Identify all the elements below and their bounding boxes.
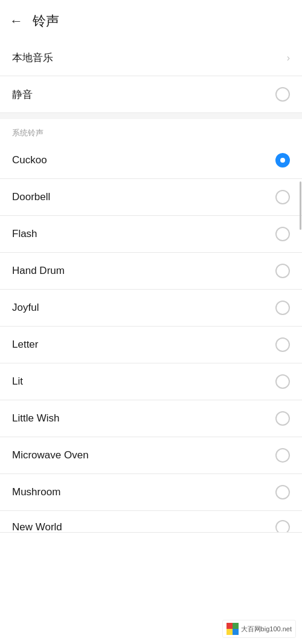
ringtone-name-hand-drum: Hand Drum [12, 265, 65, 277]
radio-joyful[interactable] [275, 301, 290, 315]
radio-letter[interactable] [275, 337, 290, 352]
radio-microwave-oven[interactable] [275, 448, 290, 463]
ringtone-name-microwave-oven: Microwave Oven [12, 449, 89, 461]
ringtone-item-joyful[interactable]: Joyful [0, 290, 302, 327]
ringtone-name-cuckoo: Cuckoo [12, 154, 47, 166]
radio-lit[interactable] [275, 374, 290, 389]
chevron-right-icon: › [287, 53, 290, 63]
local-music-item[interactable]: 本地音乐 › [0, 40, 302, 76]
radio-mushroom[interactable] [275, 485, 290, 499]
scrollbar-thumb[interactable] [300, 181, 301, 230]
ringtone-item-mushroom[interactable]: Mushroom [0, 474, 302, 511]
radio-doorbell[interactable] [275, 190, 290, 204]
page-container: ← 铃声 本地音乐 › 静音 系统铃声 Cuckoo Doorbell Flas… [0, 0, 302, 533]
ringtone-name-letter: Letter [12, 339, 38, 351]
silent-radio[interactable] [275, 87, 290, 102]
radio-cuckoo[interactable] [275, 153, 290, 168]
silent-label: 静音 [12, 88, 33, 102]
watermark-box: 大百网 big100.net [222, 620, 296, 638]
ringtone-item-new-world[interactable]: New World [0, 511, 302, 533]
ringtone-item-lit[interactable]: Lit [0, 363, 302, 400]
ringtone-item-hand-drum[interactable]: Hand Drum [0, 253, 302, 290]
ringtone-name-little-wish: Little Wish [12, 412, 59, 424]
system-ringtones-label: 系统铃声 [0, 119, 302, 142]
ringtone-item-cuckoo[interactable]: Cuckoo [0, 142, 302, 179]
ringtone-item-flash[interactable]: Flash [0, 216, 302, 253]
page-title: 铃声 [33, 12, 59, 30]
ringtone-item-letter[interactable]: Letter [0, 327, 302, 363]
ringtone-name-new-world: New World [12, 521, 62, 533]
ringtone-item-little-wish[interactable]: Little Wish [0, 400, 302, 437]
ringtone-name-flash: Flash [12, 228, 37, 240]
ringtone-item-doorbell[interactable]: Doorbell [0, 179, 302, 216]
watermark-logo [226, 623, 239, 635]
radio-new-world[interactable] [275, 520, 290, 533]
ringtone-name-mushroom: Mushroom [12, 486, 60, 498]
back-button[interactable]: ← [10, 15, 23, 28]
watermark-url: big100.net [261, 625, 292, 633]
ringtone-name-lit: Lit [12, 376, 23, 388]
watermark-site: 大百网 [241, 625, 261, 634]
header: ← 铃声 [0, 0, 302, 40]
section-divider [0, 113, 302, 119]
silent-item[interactable]: 静音 [0, 76, 302, 113]
radio-little-wish[interactable] [275, 411, 290, 426]
radio-hand-drum[interactable] [275, 264, 290, 278]
watermark: 大百网 big100.net [222, 620, 296, 638]
ringtone-name-joyful: Joyful [12, 302, 39, 314]
local-music-label: 本地音乐 [12, 51, 53, 65]
ringtone-item-microwave-oven[interactable]: Microwave Oven [0, 437, 302, 474]
scrollbar-track [300, 0, 302, 533]
ringtone-name-doorbell: Doorbell [12, 191, 50, 203]
radio-flash[interactable] [275, 227, 290, 241]
